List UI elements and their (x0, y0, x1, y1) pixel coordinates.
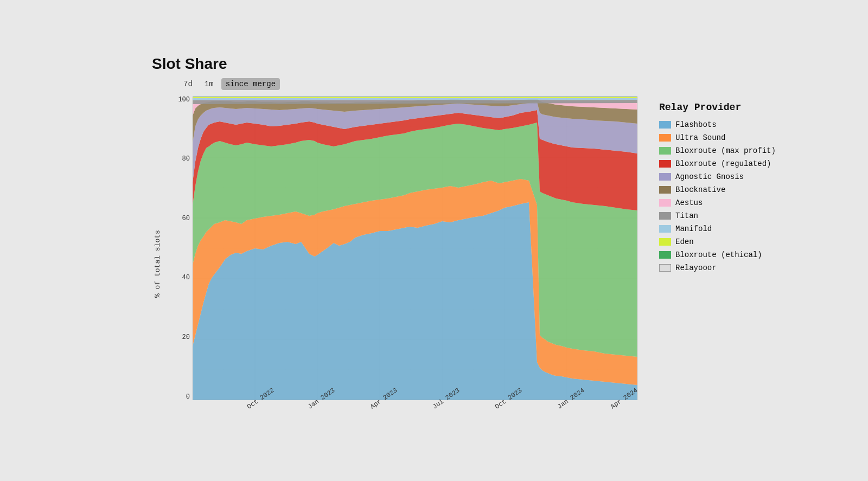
chart-and-axes: 0 20 40 60 80 100 (174, 97, 637, 432)
legend-color-manifold (659, 225, 671, 233)
legend-color-agnostic (659, 173, 671, 181)
legend-color-titan (659, 212, 671, 220)
chart-title: Slot Share (152, 55, 722, 73)
legend-color-blocknative (659, 186, 671, 194)
chart-container: Slot Share 7d 1m since merge % of total … (136, 39, 732, 442)
legend-label-bloxroute-max: Bloxroute (max profit) (675, 146, 776, 155)
legend-label-bloxroute-reg: Bloxroute (regulated) (675, 159, 771, 168)
chart-area: % of total slots 0 20 40 60 80 100 (152, 97, 722, 432)
x-axis-labels: Oct 2022 Jan 2023 Apr 2023 Jul 2023 Oct … (193, 405, 637, 432)
y-tick-80: 80 (174, 156, 193, 162)
legend-item-agnostic: Agnostic Gnosis (659, 172, 789, 181)
legend-label-agnostic: Agnostic Gnosis (675, 172, 744, 181)
y-tick-60: 60 (174, 215, 193, 222)
legend-color-bloxroute-ethical (659, 251, 671, 259)
legend-label-eden: Eden (675, 238, 694, 246)
legend-color-bloxroute-max (659, 147, 671, 155)
legend-item-bloxroute-ethical: Bloxroute (ethical) (659, 251, 789, 259)
chart-svg-container (193, 97, 637, 400)
legend-item-flashbots: Flashbots (659, 120, 789, 129)
y-ticks: 0 20 40 60 80 100 (174, 97, 193, 400)
legend-label-flashbots: Flashbots (675, 120, 717, 129)
legend-label-bloxroute-ethical: Bloxroute (ethical) (675, 251, 762, 259)
time-btn-since-merge[interactable]: since merge (221, 78, 280, 90)
legend-label-titan: Titan (675, 211, 698, 220)
legend-color-bloxroute-reg (659, 160, 671, 168)
legend-label-ultra-sound: Ultra Sound (675, 133, 725, 142)
y-tick-100: 100 (174, 97, 193, 103)
time-btn-7d[interactable]: 7d (179, 78, 197, 90)
legend-title: Relay Provider (659, 102, 789, 113)
legend-label-aestus: Aestus (675, 198, 703, 207)
legend-label-relayooor: Relayooor (675, 264, 717, 272)
legend-color-flashbots (659, 121, 671, 129)
legend-color-aestus (659, 199, 671, 207)
legend-item-blocknative: Blocknative (659, 185, 789, 194)
legend-item-aestus: Aestus (659, 198, 789, 207)
legend-item-manifold: Manifold (659, 225, 789, 233)
y-tick-20: 20 (174, 334, 193, 341)
time-btn-1m[interactable]: 1m (200, 78, 218, 90)
time-controls: 7d 1m since merge (179, 78, 722, 90)
legend-color-ultra-sound (659, 134, 671, 142)
legend-label-manifold: Manifold (675, 225, 712, 233)
legend-item-ultra-sound: Ultra Sound (659, 133, 789, 142)
y-tick-40: 40 (174, 274, 193, 281)
legend-item-eden: Eden (659, 238, 789, 246)
legend-item-bloxroute-max: Bloxroute (max profit) (659, 146, 789, 155)
legend-item-relayooor: Relayooor (659, 264, 789, 272)
legend-item-titan: Titan (659, 211, 789, 220)
chart-svg (193, 97, 637, 400)
y-tick-0: 0 (174, 394, 193, 400)
legend-label-blocknative: Blocknative (675, 185, 725, 194)
legend-item-bloxroute-reg: Bloxroute (regulated) (659, 159, 789, 168)
legend-color-relayooor (659, 264, 671, 272)
y-axis-label: % of total slots (152, 97, 163, 432)
legend: Relay Provider Flashbots Ultra Sound Blo… (648, 97, 789, 432)
legend-color-eden (659, 238, 671, 246)
chart-wrapper: 0 20 40 60 80 100 (174, 97, 637, 400)
